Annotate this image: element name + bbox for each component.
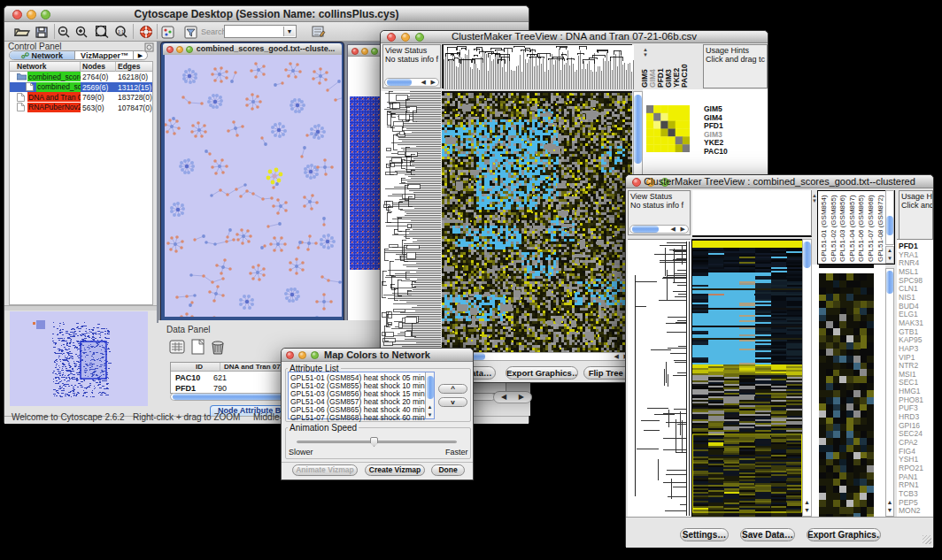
svg-text:GPL51-03 (GSM856): GPL51-03 (GSM856)	[838, 195, 846, 262]
svg-text:PAC10: PAC10	[680, 64, 689, 88]
svg-text:GPL51-01 (GSM854): GPL51-01 (GSM854)	[820, 195, 828, 262]
svg-text:GPL51-08 (GSM872): GPL51-08 (GSM872)	[876, 195, 884, 262]
svg-text:GPL51-06 (GSM865): GPL51-06 (GSM865)	[857, 195, 865, 262]
svg-text:1:1: 1:1	[118, 29, 124, 35]
svg-text:GPL51-02 (GSM855): GPL51-02 (GSM855)	[830, 195, 838, 262]
svg-text:GPL51-04 (GSM857): GPL51-04 (GSM857)	[848, 195, 856, 262]
svg-text:GPL51-07 (GSM868): GPL51-07 (GSM868)	[867, 195, 875, 262]
